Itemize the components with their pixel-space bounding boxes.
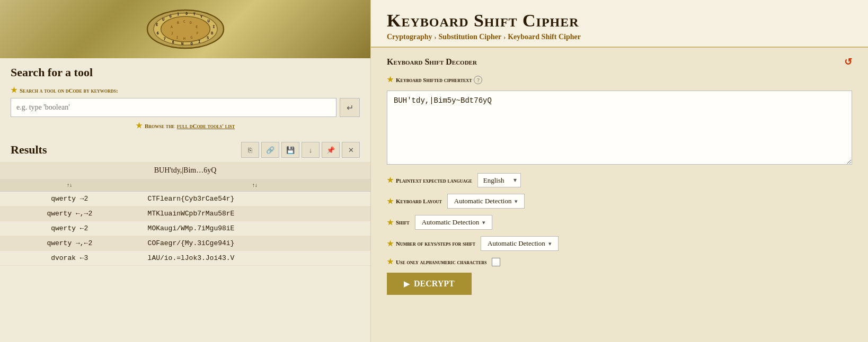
svg-point-2	[161, 16, 210, 42]
save-button[interactable]: 💾	[281, 142, 299, 158]
num-keys-row: ★ Number of keys/steps for shift Automat…	[387, 236, 852, 251]
cipher-image: E U G 1 0 T Y U I O 5 I O N 8 7 6 A B C	[0, 0, 370, 58]
table-cell-value: lAU/io.=lJok3.Joi43.V	[139, 251, 370, 266]
left-panel: E U G 1 0 T Y U I O 5 I O N 8 7 6 A B C	[0, 0, 371, 342]
col2-sort-arrows: ↑↓	[252, 182, 258, 188]
table-cell-key: qwerty →,←2	[0, 236, 139, 251]
svg-text:N: N	[181, 41, 183, 46]
play-icon: ▶	[404, 280, 410, 289]
search-input[interactable]	[11, 98, 336, 117]
star-alpha: ★	[387, 257, 394, 266]
col2-header[interactable]: ↑↓	[139, 179, 370, 192]
search-row: ↵	[11, 98, 360, 117]
svg-text:5: 5	[207, 35, 209, 40]
shift-dropdown[interactable]: Automatic Detection ▾	[415, 215, 493, 230]
svg-text:8: 8	[172, 40, 174, 44]
decoder-title: Keyboard Shift Decoder ↺	[387, 56, 852, 68]
ciphertext-help-icon[interactable]: ?	[474, 76, 482, 84]
svg-text:F: F	[196, 31, 198, 35]
svg-text:D: D	[190, 21, 192, 25]
shift-value: Automatic Detection	[422, 218, 480, 227]
breadcrumb-substitution[interactable]: Substitution Cipher	[439, 33, 502, 41]
table-cell-value: COFaegr/{My.3iCge94i}	[139, 236, 370, 251]
search-section: Search for a tool ★ Search a tool on dCo…	[0, 58, 370, 138]
search-label: ★ Search a tool on dCode by keywords:	[11, 86, 360, 95]
cipher-wheel-svg: E U G 1 0 T Y U I O 5 I O N 8 7 6 A B C	[143, 3, 228, 56]
svg-text:G: G	[169, 14, 171, 19]
svg-text:1: 1	[177, 12, 179, 16]
table-cell-key: qwerty ←2	[0, 221, 139, 236]
full-list-link[interactable]: full dCode tools' list	[177, 123, 235, 129]
star-icon-2: ★	[136, 121, 143, 130]
close-button[interactable]: ✕	[342, 142, 360, 158]
result-query: BUH'tdy,|Bim…6yQ	[0, 162, 370, 179]
share-button[interactable]: 🔗	[261, 142, 279, 158]
breadcrumb-cryptography[interactable]: Cryptography	[387, 33, 432, 41]
svg-text:I: I	[198, 39, 200, 44]
page-title: Keyboard Shift Cipher	[387, 11, 852, 31]
results-header: Results ⎘ 🔗 💾 ↓ 📌 ✕	[0, 138, 370, 162]
svg-text:G: G	[190, 35, 192, 40]
table-row: qwerty ←2MOKaugi/WMp.7iMgu98iE	[0, 221, 370, 236]
svg-text:O: O	[211, 31, 213, 35]
table-row: qwerty →2CTFlearn{Cyb3rCae54r}	[0, 192, 370, 206]
breadcrumb-keyboard[interactable]: Keyboard Shift Cipher	[508, 33, 581, 41]
table-row: dvorak ←3lAU/io.=lJok3.Joi43.V	[0, 251, 370, 266]
search-submit-button[interactable]: ↵	[340, 98, 360, 117]
star-shift: ★	[387, 218, 394, 227]
keyboard-layout-value: Automatic Detection	[454, 197, 512, 205]
star-lang: ★	[387, 176, 394, 185]
ciphertext-textarea[interactable]: BUH'tdy,|Bim5y~Bdt76yQ	[387, 91, 852, 165]
table-cell-key: dvorak ←3	[0, 251, 139, 266]
results-toolbar: ⎘ 🔗 💾 ↓ 📌 ✕	[241, 142, 360, 158]
download-button[interactable]: ↓	[302, 142, 320, 158]
table-cell-key: qwerty →2	[0, 192, 139, 206]
page-header: Keyboard Shift Cipher Cryptography › Sub…	[371, 0, 868, 47]
pin-button[interactable]: 📌	[322, 142, 340, 158]
alphanumeric-label: ★ Use only alphanumeric characters	[387, 257, 486, 266]
decrypt-button[interactable]: ▶ DECRYPT	[387, 273, 472, 295]
keyboard-layout-dropdown[interactable]: Automatic Detection ▾	[447, 194, 525, 209]
star-cipher: ★	[387, 75, 394, 84]
svg-text:A: A	[171, 25, 173, 29]
num-keys-value: Automatic Detection	[488, 239, 545, 248]
decoder-reset-button[interactable]: ↺	[844, 56, 852, 68]
table-cell-key: qwerty ←,→2	[0, 206, 139, 221]
alphanumeric-checkbox[interactable]	[492, 258, 500, 266]
right-panel: Keyboard Shift Cipher Cryptography › Sub…	[371, 0, 868, 342]
keyboard-layout-arrow: ▾	[515, 198, 518, 205]
decoder-section: Keyboard Shift Decoder ↺ ★ Keyboard Shif…	[371, 47, 868, 342]
shift-arrow: ▾	[482, 219, 485, 226]
table-cell-value: MOKaugi/WMp.7iMgu98iE	[139, 221, 370, 236]
results-table: ↑↓ ↑↓ qwerty →2CTFlearn{Cyb3rCae54r}qwer…	[0, 179, 370, 266]
results-title: Results	[11, 143, 47, 157]
svg-text:E: E	[196, 25, 198, 29]
table-row: qwerty ←,→2MTKluainWCpb7rMau58rE	[0, 206, 370, 221]
num-keys-label: ★ Number of keys/steps for shift	[387, 239, 475, 248]
copy-button[interactable]: ⎘	[241, 142, 259, 158]
svg-text:E: E	[156, 22, 158, 27]
star-keys: ★	[387, 239, 394, 248]
svg-text:O: O	[190, 41, 192, 46]
col1-header[interactable]: ↑↓	[0, 179, 139, 192]
svg-text:6: 6	[156, 31, 158, 35]
svg-text:T: T	[193, 12, 196, 16]
col1-sort-arrows: ↑↓	[67, 182, 72, 188]
breadcrumb: Cryptography › Substitution Cipher › Key…	[387, 33, 852, 41]
ciphertext-label: ★ Keyboard Shifted ciphertext ?	[387, 75, 482, 84]
svg-text:Y: Y	[200, 14, 203, 19]
shift-label: ★ Shift	[387, 218, 410, 227]
alphanumeric-row: ★ Use only alphanumeric characters	[387, 257, 852, 266]
svg-text:C: C	[183, 20, 185, 24]
keyboard-layout-row: ★ Keyboard Layout Automatic Detection ▾	[387, 194, 852, 209]
table-cell-value: CTFlearn{Cyb3rCae54r}	[139, 192, 370, 206]
table-row: qwerty →,←2COFaegr/{My.3iCge94i}	[0, 236, 370, 251]
keyboard-layout-label: ★ Keyboard Layout	[387, 197, 442, 206]
language-row: ★ Plaintext expected language English Fr…	[387, 173, 852, 187]
breadcrumb-sep-2: ›	[503, 33, 506, 41]
num-keys-dropdown[interactable]: Automatic Detection ▾	[481, 236, 559, 251]
breadcrumb-sep-1: ›	[435, 33, 437, 41]
svg-text:B: B	[177, 21, 179, 25]
language-select[interactable]: English French German Spanish Italian Au…	[477, 173, 521, 187]
ciphertext-label-row: ★ Keyboard Shifted ciphertext ?	[387, 75, 852, 84]
